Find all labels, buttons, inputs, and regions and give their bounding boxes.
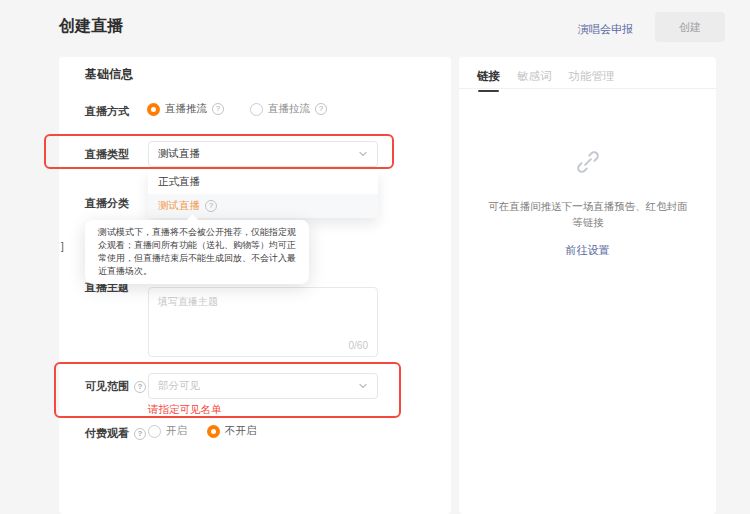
chevron-down-icon	[358, 149, 368, 159]
paid-view-radio-group: 开启 不开启	[148, 424, 257, 438]
stream-topic-textarea-box: 0/60	[148, 287, 378, 357]
visibility-label: 可见范围	[85, 379, 146, 394]
visibility-label-text: 可见范围	[85, 379, 129, 394]
obscured-label-fragment: ]	[61, 241, 64, 252]
help-icon[interactable]	[212, 103, 224, 115]
chevron-down-icon	[358, 381, 368, 391]
tab-divider	[459, 88, 716, 89]
link-tools-panel	[459, 57, 716, 514]
visibility-error-message: 请指定可见名单	[148, 403, 222, 417]
stream-type-label-text: 直播类型	[85, 147, 129, 162]
create-button[interactable]: 创建	[655, 12, 725, 42]
help-icon[interactable]	[315, 103, 327, 115]
stream-method-label: 直播方式	[85, 104, 129, 119]
help-icon[interactable]	[134, 428, 146, 440]
page-title: 创建直播	[59, 16, 123, 37]
radio-option-disable[interactable]: 不开启	[207, 424, 257, 438]
dropdown-option-test-live[interactable]: 测试直播	[148, 194, 378, 218]
paid-view-label: 付费观看	[85, 426, 146, 441]
visibility-select[interactable]: 部分可见	[148, 373, 378, 399]
visibility-selected-value: 部分可见	[158, 379, 200, 393]
section-title-basic-info: 基础信息	[85, 66, 133, 83]
tab-feature-management[interactable]: 功能管理	[569, 69, 615, 95]
right-panel-tabs: 链接 敏感词 功能管理	[477, 69, 615, 95]
chain-link-icon	[574, 148, 602, 180]
dropdown-option-label: 正式直播	[158, 175, 200, 189]
tab-sensitive-words[interactable]: 敏感词	[517, 69, 552, 95]
radio-unselected-icon[interactable]	[250, 103, 263, 116]
stream-type-label: 直播类型	[85, 147, 129, 162]
dropdown-option-label: 测试直播	[158, 199, 200, 213]
stream-method-label-text: 直播方式	[85, 104, 129, 119]
stream-category-label: 直播分类	[85, 196, 129, 211]
char-counter: 0/60	[349, 340, 368, 351]
radio-label: 直播推流	[165, 102, 207, 116]
go-to-settings-link[interactable]: 前往设置	[459, 243, 716, 258]
help-icon[interactable]	[205, 200, 217, 212]
help-icon[interactable]	[134, 381, 146, 393]
paid-view-label-text: 付费观看	[85, 426, 129, 441]
radio-option-push-stream[interactable]: 直播推流	[147, 102, 224, 116]
create-live-page: 创建直播 演唱会申报 创建 基础信息 直播方式 直播推流 直播拉流 直播类型 测…	[0, 0, 750, 514]
radio-label: 不开启	[225, 424, 257, 438]
link-panel-description: 可在直播间推送下一场直播预告、红包封面等链接	[484, 198, 692, 230]
stream-type-dropdown-menu: 正式直播 测试直播	[148, 170, 378, 218]
stream-type-select[interactable]: 测试直播	[148, 141, 378, 167]
radio-label: 直播拉流	[268, 102, 310, 116]
concert-report-link[interactable]: 演唱会申报	[578, 22, 633, 37]
radio-option-pull-stream[interactable]: 直播拉流	[250, 102, 327, 116]
stream-category-label-text: 直播分类	[85, 196, 129, 211]
radio-selected-icon[interactable]	[147, 103, 160, 116]
tab-links[interactable]: 链接	[477, 69, 500, 95]
radio-option-enable[interactable]: 开启	[148, 424, 187, 438]
radio-selected-icon[interactable]	[207, 425, 220, 438]
stream-type-selected-value: 测试直播	[158, 147, 200, 161]
radio-label: 开启	[166, 424, 187, 438]
stream-topic-input[interactable]	[149, 288, 377, 338]
radio-unselected-icon[interactable]	[148, 425, 161, 438]
dropdown-option-formal-live[interactable]: 正式直播	[148, 170, 378, 194]
stream-method-radio-group: 直播推流 直播拉流	[147, 102, 327, 116]
test-mode-tooltip: 测试模式下，直播将不会被公开推荐，仅能指定观众观看；直播间所有功能（送礼、购物等…	[85, 220, 309, 284]
